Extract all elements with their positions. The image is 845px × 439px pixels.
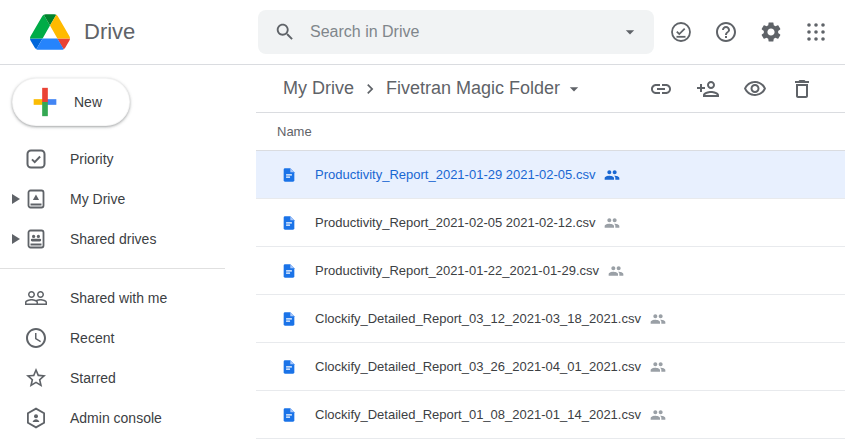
search-input[interactable] — [310, 23, 620, 41]
file-row[interactable]: Productivity_Report_2021-01-22_2021-01-2… — [256, 247, 845, 295]
csv-file-icon — [281, 213, 297, 233]
app-name: Drive — [84, 19, 135, 45]
file-name: Productivity_Report_2021-01-29 2021-02-0… — [315, 167, 595, 182]
sidebar-item-shared-drives[interactable]: Shared drives — [0, 219, 256, 259]
breadcrumb: My Drive Fivetran Magic Folder — [256, 65, 845, 113]
name-column-header[interactable]: Name — [277, 124, 312, 139]
sidebar-item-shared-with-me[interactable]: Shared with me — [0, 278, 256, 318]
folder-menu-caret-icon[interactable] — [564, 79, 584, 99]
main-content: My Drive Fivetran Magic Folder Name Prod… — [256, 65, 845, 439]
sidebar-nav: Priority My Drive Shared drives — [0, 139, 256, 438]
file-row[interactable]: Productivity_Report_2021-02-05 2021-02-1… — [256, 199, 845, 247]
add-people-icon[interactable] — [696, 77, 720, 101]
expand-arrow[interactable] — [12, 234, 24, 244]
my-drive-icon — [24, 187, 48, 211]
csv-file-icon — [281, 165, 297, 185]
priority-icon — [24, 147, 48, 171]
csv-file-icon — [281, 261, 297, 281]
shared-people-icon — [604, 167, 620, 183]
file-row[interactable]: Productivity_Report_2021-01-29 2021-02-0… — [256, 151, 845, 199]
file-name: Productivity_Report_2021-02-05 2021-02-1… — [315, 215, 595, 230]
sidebar-item-label: Priority — [70, 151, 114, 167]
sidebar-item-starred[interactable]: Starred — [0, 358, 256, 398]
file-row[interactable]: Clockify_Detailed_Report_03_12_2021-03_1… — [256, 295, 845, 343]
recent-clock-icon — [24, 326, 48, 350]
topbar-icons — [669, 20, 845, 44]
file-list-header: Name — [256, 113, 845, 151]
star-icon — [24, 366, 48, 390]
chevron-right-icon — [360, 79, 380, 99]
new-button[interactable]: New — [12, 78, 130, 126]
drive-logo-icon — [30, 14, 70, 50]
file-list: Productivity_Report_2021-01-29 2021-02-0… — [256, 151, 845, 439]
csv-file-icon — [281, 357, 297, 377]
sidebar-item-label: Shared with me — [70, 290, 167, 306]
drive-logo[interactable]: Drive — [0, 14, 256, 50]
sidebar-item-my-drive[interactable]: My Drive — [0, 179, 256, 219]
search-options-caret-icon[interactable] — [620, 22, 640, 42]
sidebar-item-label: Recent — [70, 330, 114, 346]
shared-people-icon — [650, 359, 666, 375]
file-name: Clockify_Detailed_Report_01_08_2021-01_1… — [315, 407, 641, 422]
breadcrumb-current-folder[interactable]: Fivetran Magic Folder — [386, 78, 560, 99]
file-row[interactable]: Clockify_Detailed_Report_03_26_2021-04_0… — [256, 343, 845, 391]
offline-ready-icon[interactable] — [669, 20, 693, 44]
shared-people-icon — [608, 263, 624, 279]
sidebar-item-recent[interactable]: Recent — [0, 318, 256, 358]
shared-people-icon — [650, 407, 666, 423]
shared-with-me-icon — [24, 286, 48, 310]
csv-file-icon — [281, 309, 297, 329]
file-name: Clockify_Detailed_Report_03_12_2021-03_1… — [315, 311, 641, 326]
help-icon[interactable] — [714, 20, 738, 44]
sidebar-item-priority[interactable]: Priority — [0, 139, 256, 179]
shared-people-icon — [650, 311, 666, 327]
top-bar: Drive — [0, 0, 845, 65]
settings-gear-icon[interactable] — [759, 20, 783, 44]
shared-drives-icon — [24, 227, 48, 251]
apps-grid-icon[interactable] — [804, 20, 828, 44]
delete-trash-icon[interactable] — [790, 77, 814, 101]
breadcrumb-my-drive[interactable]: My Drive — [283, 78, 354, 99]
expand-arrow[interactable] — [12, 194, 24, 204]
new-plus-icon — [28, 85, 62, 119]
search-bar[interactable] — [258, 10, 654, 54]
folder-actions — [649, 77, 845, 101]
file-name: Productivity_Report_2021-01-22_2021-01-2… — [315, 263, 599, 278]
preview-eye-icon[interactable] — [743, 77, 767, 101]
file-name: Clockify_Detailed_Report_03_26_2021-04_0… — [315, 359, 641, 374]
sidebar-item-label: Shared drives — [70, 231, 156, 247]
new-button-label: New — [74, 94, 102, 110]
sidebar-item-label: My Drive — [70, 191, 125, 207]
get-link-icon[interactable] — [649, 77, 673, 101]
search-icon[interactable] — [274, 21, 296, 43]
csv-file-icon — [281, 405, 297, 425]
sidebar-item-admin-console[interactable]: Admin console — [0, 398, 256, 438]
shared-people-icon — [604, 215, 620, 231]
expand-arrow-icon — [12, 194, 20, 204]
file-row[interactable]: Clockify_Detailed_Report_01_08_2021-01_1… — [256, 391, 845, 439]
sidebar-divider — [0, 268, 225, 269]
sidebar: New Priority My Drive Shared drives — [0, 65, 256, 439]
sidebar-item-label: Admin console — [70, 410, 162, 426]
admin-console-icon — [24, 406, 48, 430]
expand-arrow-icon — [12, 234, 20, 244]
sidebar-item-label: Starred — [70, 370, 116, 386]
